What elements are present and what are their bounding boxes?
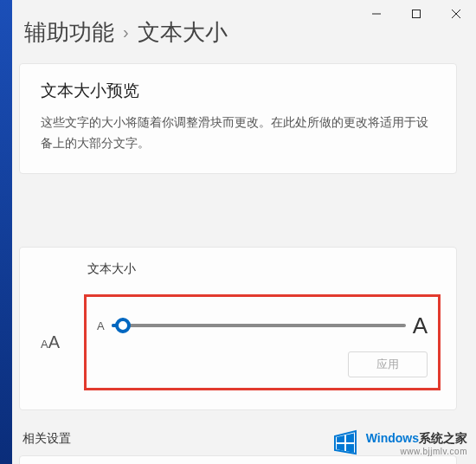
apply-button[interactable]: 应用 — [348, 351, 428, 377]
breadcrumb-current: 文本大小 — [138, 17, 228, 48]
slider-thumb[interactable] — [115, 318, 131, 333]
windows-logo-icon — [330, 428, 361, 459]
chevron-right-icon: › — [123, 23, 129, 42]
watermark: Windows系统之家 www.bjjmlv.com — [330, 428, 467, 459]
preview-description: 这些文字的大小将随着你调整滑块而更改。在此处所做的更改将适用于设备上的大部分文字… — [41, 113, 435, 154]
slider-min-label: A — [97, 319, 105, 332]
watermark-url: www.bjjmlv.com — [366, 447, 467, 456]
desktop-left-edge — [0, 0, 12, 464]
preview-title: 文本大小预览 — [41, 80, 435, 102]
highlighted-slider-area: A A 应用 — [84, 294, 441, 390]
text-size-icon: AA — [35, 332, 84, 352]
breadcrumb-parent[interactable]: 辅助功能 — [24, 17, 114, 48]
watermark-brand: Windows系统之家 — [366, 431, 467, 447]
minimize-button[interactable] — [357, 0, 396, 28]
titlebar-controls — [357, 0, 476, 28]
maximize-button[interactable] — [396, 0, 436, 28]
text-size-label: 文本大小 — [87, 261, 441, 277]
text-size-slider[interactable] — [112, 324, 406, 327]
svg-rect-1 — [413, 10, 421, 18]
text-size-preview-card: 文本大小预览 这些文字的大小将随着你调整滑块而更改。在此处所做的更改将适用于设备… — [19, 63, 457, 174]
slider-max-label: A — [413, 313, 428, 339]
text-size-card: 文本大小 AA A A 应用 — [19, 247, 457, 410]
close-button[interactable] — [436, 0, 476, 28]
